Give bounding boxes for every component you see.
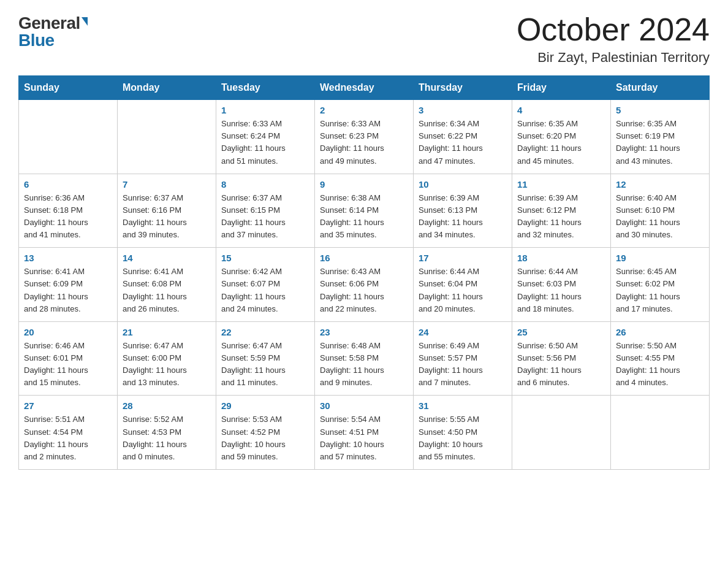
day-info: Sunrise: 6:47 AM Sunset: 6:00 PM Dayligh… bbox=[123, 340, 211, 389]
header-sunday: Sunday bbox=[19, 76, 118, 100]
day-number: 24 bbox=[419, 327, 507, 337]
day-number: 8 bbox=[221, 179, 309, 190]
calendar-cell: 19Sunrise: 6:45 AM Sunset: 6:02 PM Dayli… bbox=[611, 248, 710, 322]
calendar-cell: 9Sunrise: 6:38 AM Sunset: 6:14 PM Daylig… bbox=[315, 174, 414, 248]
day-info: Sunrise: 6:33 AM Sunset: 6:23 PM Dayligh… bbox=[320, 118, 408, 167]
calendar-week-5: 27Sunrise: 5:51 AM Sunset: 4:54 PM Dayli… bbox=[19, 396, 710, 470]
calendar-week-1: 1Sunrise: 6:33 AM Sunset: 6:24 PM Daylig… bbox=[19, 100, 710, 174]
calendar-cell: 14Sunrise: 6:41 AM Sunset: 6:08 PM Dayli… bbox=[118, 248, 216, 322]
day-number: 30 bbox=[320, 400, 408, 411]
calendar-cell bbox=[19, 100, 118, 174]
calendar-cell: 25Sunrise: 6:50 AM Sunset: 5:56 PM Dayli… bbox=[512, 321, 611, 396]
calendar-cell: 17Sunrise: 6:44 AM Sunset: 6:04 PM Dayli… bbox=[414, 248, 512, 322]
calendar-cell: 18Sunrise: 6:44 AM Sunset: 6:03 PM Dayli… bbox=[512, 248, 611, 322]
calendar-cell: 2Sunrise: 6:33 AM Sunset: 6:23 PM Daylig… bbox=[315, 100, 414, 174]
calendar-cell: 1Sunrise: 6:33 AM Sunset: 6:24 PM Daylig… bbox=[216, 100, 315, 174]
day-info: Sunrise: 6:38 AM Sunset: 6:14 PM Dayligh… bbox=[320, 192, 408, 242]
day-info: Sunrise: 5:55 AM Sunset: 4:50 PM Dayligh… bbox=[419, 413, 507, 463]
calendar-cell: 23Sunrise: 6:48 AM Sunset: 5:58 PM Dayli… bbox=[315, 321, 414, 396]
calendar-table: SundayMondayTuesdayWednesdayThursdayFrid… bbox=[18, 75, 710, 470]
calendar-week-3: 13Sunrise: 6:41 AM Sunset: 6:09 PM Dayli… bbox=[19, 248, 710, 322]
day-number: 17 bbox=[419, 253, 507, 263]
day-info: Sunrise: 6:41 AM Sunset: 6:09 PM Dayligh… bbox=[24, 266, 112, 315]
day-info: Sunrise: 5:51 AM Sunset: 4:54 PM Dayligh… bbox=[24, 413, 112, 463]
day-info: Sunrise: 6:47 AM Sunset: 5:59 PM Dayligh… bbox=[221, 340, 309, 389]
calendar-cell: 26Sunrise: 5:50 AM Sunset: 4:55 PM Dayli… bbox=[611, 321, 710, 396]
day-info: Sunrise: 6:37 AM Sunset: 6:16 PM Dayligh… bbox=[123, 192, 211, 242]
day-number: 20 bbox=[24, 327, 112, 337]
logo-blue-text: Blue bbox=[18, 32, 55, 49]
day-info: Sunrise: 5:53 AM Sunset: 4:52 PM Dayligh… bbox=[221, 413, 309, 463]
day-number: 5 bbox=[616, 105, 704, 115]
day-number: 26 bbox=[616, 327, 704, 337]
day-info: Sunrise: 6:43 AM Sunset: 6:06 PM Dayligh… bbox=[320, 266, 408, 315]
day-info: Sunrise: 6:36 AM Sunset: 6:18 PM Dayligh… bbox=[24, 192, 112, 242]
header-wednesday: Wednesday bbox=[315, 76, 414, 100]
day-info: Sunrise: 6:41 AM Sunset: 6:08 PM Dayligh… bbox=[123, 266, 211, 315]
calendar-cell: 10Sunrise: 6:39 AM Sunset: 6:13 PM Dayli… bbox=[414, 174, 512, 248]
calendar-cell: 5Sunrise: 6:35 AM Sunset: 6:19 PM Daylig… bbox=[611, 100, 710, 174]
location-title: Bir Zayt, Palestinian Territory bbox=[517, 50, 710, 66]
day-number: 9 bbox=[320, 179, 408, 190]
day-info: Sunrise: 6:39 AM Sunset: 6:12 PM Dayligh… bbox=[517, 192, 605, 242]
day-info: Sunrise: 5:52 AM Sunset: 4:53 PM Dayligh… bbox=[123, 413, 211, 463]
calendar-cell: 12Sunrise: 6:40 AM Sunset: 6:10 PM Dayli… bbox=[611, 174, 710, 248]
day-info: Sunrise: 6:42 AM Sunset: 6:07 PM Dayligh… bbox=[221, 266, 309, 315]
day-number: 2 bbox=[320, 105, 408, 115]
day-info: Sunrise: 5:54 AM Sunset: 4:51 PM Dayligh… bbox=[320, 413, 408, 463]
calendar-cell: 24Sunrise: 6:49 AM Sunset: 5:57 PM Dayli… bbox=[414, 321, 512, 396]
calendar-cell: 11Sunrise: 6:39 AM Sunset: 6:12 PM Dayli… bbox=[512, 174, 611, 248]
calendar-week-4: 20Sunrise: 6:46 AM Sunset: 6:01 PM Dayli… bbox=[19, 321, 710, 396]
calendar-cell bbox=[118, 100, 216, 174]
day-info: Sunrise: 6:39 AM Sunset: 6:13 PM Dayligh… bbox=[419, 192, 507, 242]
day-info: Sunrise: 5:50 AM Sunset: 4:55 PM Dayligh… bbox=[616, 340, 704, 389]
day-number: 11 bbox=[517, 179, 605, 190]
day-number: 25 bbox=[517, 327, 605, 337]
calendar-cell: 21Sunrise: 6:47 AM Sunset: 6:00 PM Dayli… bbox=[118, 321, 216, 396]
header-tuesday: Tuesday bbox=[216, 76, 315, 100]
calendar-cell: 22Sunrise: 6:47 AM Sunset: 5:59 PM Dayli… bbox=[216, 321, 315, 396]
day-number: 28 bbox=[123, 400, 211, 411]
calendar-header-row: SundayMondayTuesdayWednesdayThursdayFrid… bbox=[19, 76, 710, 100]
day-info: Sunrise: 6:44 AM Sunset: 6:03 PM Dayligh… bbox=[517, 266, 605, 315]
header-monday: Monday bbox=[118, 76, 216, 100]
day-number: 13 bbox=[24, 253, 112, 263]
calendar-cell: 27Sunrise: 5:51 AM Sunset: 4:54 PM Dayli… bbox=[19, 396, 118, 470]
title-area: October 2024 Bir Zayt, Palestinian Terri… bbox=[517, 12, 710, 66]
day-number: 12 bbox=[616, 179, 704, 190]
day-info: Sunrise: 6:33 AM Sunset: 6:24 PM Dayligh… bbox=[221, 118, 309, 167]
calendar-cell bbox=[611, 396, 710, 470]
calendar-cell: 15Sunrise: 6:42 AM Sunset: 6:07 PM Dayli… bbox=[216, 248, 315, 322]
day-number: 22 bbox=[221, 327, 309, 337]
calendar-cell: 28Sunrise: 5:52 AM Sunset: 4:53 PM Dayli… bbox=[118, 396, 216, 470]
day-number: 21 bbox=[123, 327, 211, 337]
day-info: Sunrise: 6:37 AM Sunset: 6:15 PM Dayligh… bbox=[221, 192, 309, 242]
day-info: Sunrise: 6:40 AM Sunset: 6:10 PM Dayligh… bbox=[616, 192, 704, 242]
calendar-cell: 13Sunrise: 6:41 AM Sunset: 6:09 PM Dayli… bbox=[19, 248, 118, 322]
calendar-cell: 30Sunrise: 5:54 AM Sunset: 4:51 PM Dayli… bbox=[315, 396, 414, 470]
day-number: 14 bbox=[123, 253, 211, 263]
day-number: 23 bbox=[320, 327, 408, 337]
calendar-cell: 6Sunrise: 6:36 AM Sunset: 6:18 PM Daylig… bbox=[19, 174, 118, 248]
calendar-cell: 7Sunrise: 6:37 AM Sunset: 6:16 PM Daylig… bbox=[118, 174, 216, 248]
day-number: 6 bbox=[24, 179, 112, 190]
day-info: Sunrise: 6:46 AM Sunset: 6:01 PM Dayligh… bbox=[24, 340, 112, 389]
calendar-cell: 8Sunrise: 6:37 AM Sunset: 6:15 PM Daylig… bbox=[216, 174, 315, 248]
day-number: 29 bbox=[221, 400, 309, 411]
calendar-cell: 29Sunrise: 5:53 AM Sunset: 4:52 PM Dayli… bbox=[216, 396, 315, 470]
day-info: Sunrise: 6:35 AM Sunset: 6:19 PM Dayligh… bbox=[616, 118, 704, 167]
logo-general-text: General bbox=[18, 15, 80, 32]
day-number: 1 bbox=[221, 105, 309, 115]
day-number: 19 bbox=[616, 253, 704, 263]
header-saturday: Saturday bbox=[611, 76, 710, 100]
calendar-cell: 3Sunrise: 6:34 AM Sunset: 6:22 PM Daylig… bbox=[414, 100, 512, 174]
month-title: October 2024 bbox=[517, 12, 710, 47]
day-info: Sunrise: 6:48 AM Sunset: 5:58 PM Dayligh… bbox=[320, 340, 408, 389]
day-number: 15 bbox=[221, 253, 309, 263]
logo-arrow-icon bbox=[82, 17, 88, 26]
logo: General Blue bbox=[18, 12, 88, 49]
day-number: 16 bbox=[320, 253, 408, 263]
day-number: 27 bbox=[24, 400, 112, 411]
day-number: 3 bbox=[419, 105, 507, 115]
day-number: 31 bbox=[419, 400, 507, 411]
